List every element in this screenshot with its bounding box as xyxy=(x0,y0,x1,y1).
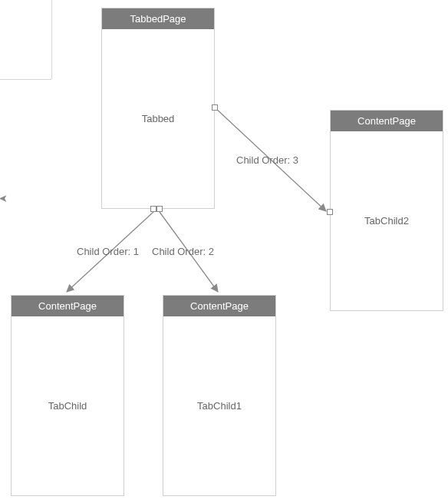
node-tabchild1[interactable]: ContentPage TabChild1 xyxy=(163,295,276,496)
node-tabbed-header: TabbedPage xyxy=(102,8,214,29)
node-tabchild1-header: ContentPage xyxy=(163,296,275,316)
node-tabchild-body: TabChild xyxy=(12,316,124,495)
cursor-icon: ➤ xyxy=(0,192,8,204)
node-tabchild2[interactable]: ContentPage TabChild2 xyxy=(330,110,443,311)
edge-label-1: Child Order: 1 xyxy=(77,246,139,257)
node-tabchild-header: ContentPage xyxy=(12,296,124,316)
port-tabbed-bottom-left[interactable] xyxy=(150,206,156,212)
clipped-node xyxy=(0,0,52,80)
node-tabbed-body: Tabbed xyxy=(102,29,214,207)
port-tabbed-bottom-right[interactable] xyxy=(156,206,163,212)
port-tabbed-right[interactable] xyxy=(212,104,218,111)
node-tabbed[interactable]: TabbedPage Tabbed xyxy=(101,8,215,209)
node-tabchild2-body: TabChild2 xyxy=(331,131,443,309)
node-tabchild1-body: TabChild1 xyxy=(163,316,275,495)
node-tabchild[interactable]: ContentPage TabChild xyxy=(11,295,124,496)
port-tabchild2-left[interactable] xyxy=(327,209,333,215)
node-tabchild2-header: ContentPage xyxy=(331,111,443,131)
edge-label-2: Child Order: 2 xyxy=(152,246,214,257)
edge-label-3: Child Order: 3 xyxy=(236,154,298,166)
